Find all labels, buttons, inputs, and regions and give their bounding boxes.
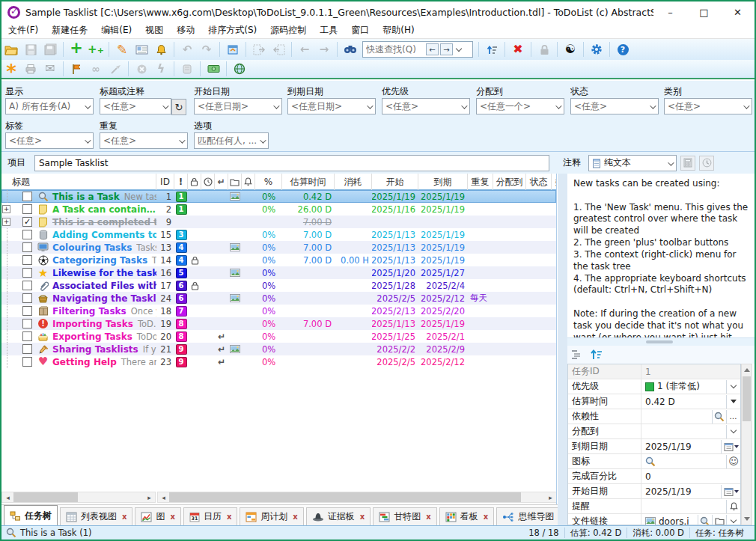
task-checkbox[interactable] [22,268,32,278]
scroll-button[interactable] [178,61,196,77]
tab-思维导图[interactable]: 思维导图 x [496,507,558,525]
attribute-value[interactable]: 0 [645,471,651,482]
quick-find-input[interactable] [366,44,424,55]
task-row[interactable]: ♥ Getting Help There are… 23 9 ↵ 0% 2025… [1,355,556,368]
column-header-16[interactable]: 类别 [552,174,557,190]
browse-file-button[interactable] [712,515,726,526]
open-folder-button[interactable] [2,41,20,58]
dropdown-button[interactable] [726,380,740,394]
task-row[interactable]: Associated Files with T… 17 6 0% 2025/1/… [1,279,556,292]
find-next-button[interactable]: → [440,43,453,55]
task-row[interactable]: ★ Likewise for the task's … 16 5 0% 2025… [1,266,556,279]
column-header-14[interactable]: 分配到 [493,174,526,190]
calendar-button[interactable] [721,440,740,453]
tab-close-icon[interactable]: x [484,513,488,521]
attribute-value[interactable]: 0.42 D [645,397,675,407]
menu-item[interactable]: 帮助(H) [376,22,421,39]
task-row[interactable]: Exporting Tasks ToDo… 20 8 ↵ 0% 2025/1/2… [1,330,556,343]
menu-item[interactable]: 源码控制 [263,22,313,39]
minimize-button[interactable]: – [653,1,687,22]
filter-select[interactable]: <任意> [5,132,94,149]
delete-task-button[interactable]: ✖ [509,41,527,58]
ellipsis-button[interactable]: … [726,410,740,424]
save-all-button[interactable] [41,41,59,58]
column-header-1[interactable]: ID [156,174,174,190]
task-row[interactable]: Filtering Tasks Once y… 18 7 0% 2025/2/1… [1,305,556,317]
cancel-button[interactable] [132,61,150,77]
task-checkbox[interactable] [22,331,32,341]
attr-sort-button[interactable] [590,349,603,361]
dropdown-button[interactable] [726,515,740,526]
attribute-value[interactable]: doors.j [659,516,689,526]
filter-select[interactable]: <任意一个> [476,98,564,114]
spin-button[interactable] [726,395,740,409]
web-button[interactable] [231,61,249,77]
maximize-button[interactable]: □ [687,1,721,22]
lock-column-header[interactable] [188,174,201,190]
task-checkbox[interactable] [22,255,32,265]
menu-item[interactable]: 新建任务 [45,22,94,39]
filter-select[interactable]: <任意日期> [287,98,376,114]
column-header-9[interactable]: 估算时间 [282,174,335,190]
columns-hscrollbar[interactable]: ◂▸ [157,492,557,503]
cleanup-button[interactable] [106,61,124,77]
tab-close-icon[interactable]: x [227,513,231,521]
task-row[interactable]: This is a Task New tas… 1 1 0% 0.42 D 20… [1,190,556,203]
column-header-12[interactable]: 到期 [418,174,468,190]
task-checkbox[interactable]: ✓ [22,217,32,227]
reminder-button[interactable] [726,500,740,513]
menu-item[interactable]: 排序方式(S) [201,22,263,39]
task-checkbox[interactable] [22,242,32,252]
menu-item[interactable]: 窗口 [344,22,376,39]
folder-column-header[interactable] [228,174,242,190]
tab-甘特图[interactable]: 甘特图 x [373,507,436,525]
next-task-button[interactable]: → [315,41,333,58]
flag-button[interactable] [67,61,85,77]
redo-button[interactable]: ↷ [198,41,216,58]
task-checkbox[interactable] [22,357,32,367]
icon-picker-button[interactable]: ☺ [726,455,740,468]
comments-format-select[interactable]: 纯文本 [588,155,677,171]
filter-select[interactable]: A) 所有任务(A) [5,98,94,114]
menu-item[interactable]: 工具 [313,22,344,39]
attribute-value[interactable]: 2025/1/19 [645,486,692,497]
tab-任务树[interactable]: 任务树 [4,505,58,525]
donate-button[interactable] [204,61,222,77]
tab-列表视图[interactable]: 列表视图 x [60,507,132,525]
task-checkbox[interactable] [22,204,32,214]
task-checkbox[interactable] [22,281,32,290]
link-button[interactable]: ∞ [87,61,105,77]
tab-周计划[interactable]: 周计划 x [240,507,303,525]
column-header-8[interactable]: % [255,174,282,190]
style-toggle-button[interactable]: ☯ [561,41,579,58]
save-button[interactable] [22,41,40,58]
column-header-0[interactable]: 标题 [1,174,156,190]
quick-find-dropdown[interactable] [453,49,465,51]
task-checkbox[interactable] [22,319,32,328]
task-row[interactable]: Colouring Tasks Tasks… 13 4 0% 7.00 D 20… [1,241,556,254]
close-button[interactable]: ✕ [721,1,755,22]
tree-indent[interactable]: + [1,203,12,216]
tab-close-icon[interactable]: x [426,513,430,521]
find-prev-button[interactable]: ← [426,43,439,55]
tab-日历[interactable]: 31 日历 x [183,507,237,525]
filter-select[interactable]: 匹配任何人, ... [194,132,269,149]
filter-select[interactable]: <任意> [664,98,752,114]
prev-task-button[interactable]: ← [296,41,314,58]
attributes-scrollbar[interactable] [741,364,752,525]
password-lock-button[interactable] [535,41,553,58]
comments-attributes-divider[interactable] [567,338,755,346]
attribute-value[interactable]: 2025/1/19 [645,441,692,452]
lightning-button[interactable]: ϟ [152,61,170,77]
task-row[interactable]: Navigating the Tasklist 24 6 0% 2025/2/5… [1,292,556,305]
email-button[interactable]: ✉ [41,61,59,77]
calendar-button[interactable] [721,485,740,498]
view-file-button[interactable] [698,515,712,526]
spur-button[interactable]: * [2,61,20,77]
attribute-value[interactable]: 1 (非常低) [657,380,700,393]
reminder-bell-button[interactable] [152,41,170,58]
column-header-10[interactable]: 消耗 [335,174,372,190]
attr-group-button[interactable] [570,349,584,361]
history-clock-button[interactable] [699,156,714,171]
task-checkbox[interactable] [22,306,32,316]
